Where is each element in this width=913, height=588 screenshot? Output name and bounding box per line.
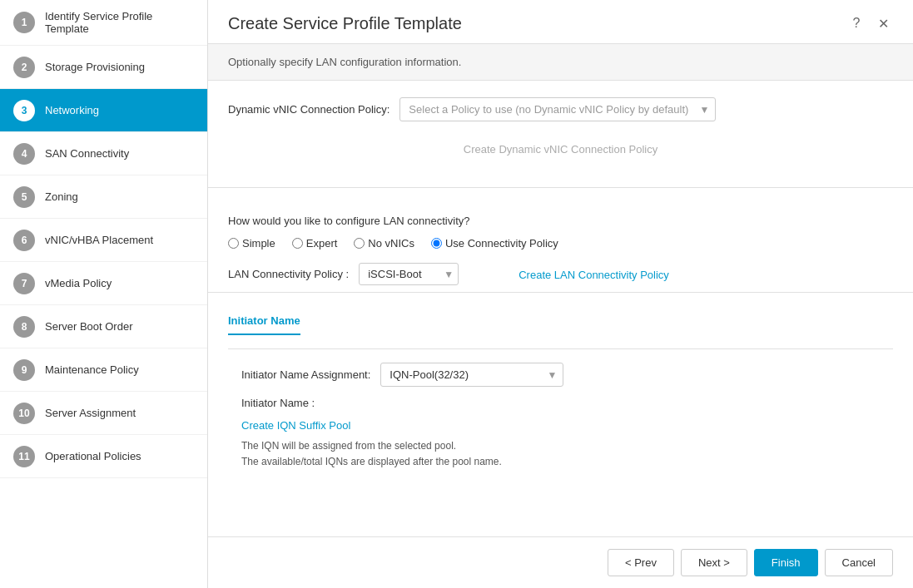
radio-simple-input[interactable] — [228, 238, 239, 249]
dialog-title: Create Service Profile Template — [228, 14, 462, 33]
sidebar-label-1: Identify Service Profile Template — [45, 10, 194, 35]
initiator-heading: Initiator Name — [228, 306, 893, 348]
help-button[interactable]: ? — [846, 13, 866, 33]
networking-section: How would you like to configure LAN conn… — [208, 201, 913, 285]
dynamic-vnic-section: Dynamic vNIC Connection Policy: Select a… — [208, 81, 913, 184]
sidebar-label-6: vNIC/vHBA Placement — [45, 234, 153, 246]
sidebar-item-9[interactable]: 9 Maintenance Policy — [0, 348, 207, 392]
radio-expert-input[interactable] — [292, 238, 303, 249]
step-number-1: 1 — [13, 12, 35, 33]
sidebar-item-10[interactable]: 10 Server Assignment — [0, 392, 207, 435]
sidebar-label-8: Server Boot Order — [45, 320, 133, 333]
sidebar-item-6[interactable]: 6 vNIC/vHBA Placement — [0, 219, 207, 262]
sidebar-label-11: Operational Policies — [45, 450, 141, 462]
dynamic-vnic-row: Dynamic vNIC Connection Policy: Select a… — [228, 97, 893, 121]
next-button[interactable]: Next > — [681, 549, 747, 576]
create-iqn-link[interactable]: Create IQN Suffix Pool — [228, 419, 893, 432]
create-dynamic-vnic-link[interactable]: Create Dynamic vNIC Connection Policy — [228, 138, 893, 161]
step-number-11: 11 — [13, 446, 35, 467]
content-area: Optionally specify LAN configuration inf… — [208, 44, 913, 536]
dynamic-vnic-select[interactable]: Select a Policy to use (no Dynamic vNIC … — [399, 97, 716, 121]
main-content: Create Service Profile Template ? ✕ Opti… — [208, 0, 913, 588]
lan-policy-select[interactable]: iSCSI-Boot — [359, 263, 459, 285]
sidebar: 1 Identify Service Profile Template 2 St… — [0, 0, 208, 588]
create-lan-connectivity-link[interactable]: Create LAN Connectivity Policy — [519, 269, 669, 281]
step-number-2: 2 — [13, 57, 35, 78]
close-button[interactable]: ✕ — [873, 13, 893, 33]
radio-connectivity-input[interactable] — [431, 238, 442, 249]
step-number-10: 10 — [13, 403, 35, 424]
step-number-5: 5 — [13, 186, 35, 208]
section-divider-1 — [208, 187, 913, 188]
sidebar-label-3: Networking — [45, 104, 99, 116]
initiator-name-row: Initiator Name : — [228, 397, 893, 409]
prev-button[interactable]: < Prev — [608, 549, 674, 576]
step-number-6: 6 — [13, 230, 35, 251]
sidebar-item-1[interactable]: 1 Identify Service Profile Template — [0, 0, 207, 46]
sidebar-label-5: Zoning — [45, 190, 78, 203]
radio-novnics-input[interactable] — [354, 238, 365, 249]
dialog-footer: < Prev Next > Finish Cancel — [208, 536, 913, 588]
sidebar-item-5[interactable]: 5 Zoning — [0, 175, 207, 219]
step-number-7: 7 — [13, 273, 35, 294]
radio-no-vnics[interactable]: No vNICs — [354, 237, 414, 250]
sidebar-item-8[interactable]: 8 Server Boot Order — [0, 305, 207, 348]
cancel-button[interactable]: Cancel — [825, 549, 893, 576]
step-number-3: 3 — [13, 100, 35, 121]
initiator-section: Initiator Name Initiator Name Assignment… — [208, 292, 913, 483]
sidebar-item-7[interactable]: 7 vMedia Policy — [0, 262, 207, 305]
lan-policy-select-wrapper: iSCSI-Boot ▼ — [359, 263, 459, 285]
sidebar-label-2: Storage Provisioning — [45, 61, 145, 73]
step-number-8: 8 — [13, 316, 35, 338]
radio-simple-label: Simple — [242, 237, 275, 250]
initiator-select-wrapper: IQN-Pool(32/32) ▼ — [380, 363, 563, 387]
step-number-9: 9 — [13, 359, 35, 381]
sidebar-label-9: Maintenance Policy — [45, 363, 139, 376]
info-bar: Optionally specify LAN configuration inf… — [208, 44, 913, 81]
sidebar-item-11[interactable]: 11 Operational Policies — [0, 435, 207, 478]
sidebar-label-10: Server Assignment — [45, 407, 136, 419]
initiator-assignment-label: Initiator Name Assignment: — [241, 368, 370, 381]
radio-simple[interactable]: Simple — [228, 237, 275, 250]
sidebar-item-3[interactable]: 3 Networking — [0, 89, 207, 132]
initiator-assignment-row: Initiator Name Assignment: IQN-Pool(32/3… — [228, 363, 893, 387]
dialog-header: Create Service Profile Template ? ✕ — [208, 0, 913, 44]
sidebar-label-7: vMedia Policy — [45, 277, 112, 289]
initiator-assignment-select[interactable]: IQN-Pool(32/32) — [380, 363, 563, 387]
lan-policy-label: LAN Connectivity Policy : — [228, 268, 349, 280]
configure-label: How would you like to configure LAN conn… — [228, 215, 893, 227]
iqn-info-line1: The IQN will be assigned from the select… — [241, 438, 880, 454]
radio-novnics-label: No vNICs — [368, 237, 414, 250]
sidebar-item-2[interactable]: 2 Storage Provisioning — [0, 46, 207, 89]
lan-policy-row: LAN Connectivity Policy : iSCSI-Boot ▼ C… — [228, 263, 893, 285]
initiator-name-label: Initiator Name : — [241, 397, 315, 409]
header-icons: ? ✕ — [846, 13, 893, 33]
dynamic-vnic-select-wrapper: Select a Policy to use (no Dynamic vNIC … — [399, 97, 716, 121]
radio-expert-label: Expert — [306, 237, 338, 250]
sidebar-label-4: SAN Connectivity — [45, 147, 129, 160]
initiator-section-heading: Initiator Name — [228, 306, 300, 335]
sidebar-item-4[interactable]: 4 SAN Connectivity — [0, 132, 207, 175]
initiator-divider — [228, 348, 893, 349]
radio-use-connectivity[interactable]: Use Connectivity Policy — [431, 237, 558, 250]
info-bar-text: Optionally specify LAN configuration inf… — [228, 56, 461, 68]
radio-connectivity-label: Use Connectivity Policy — [445, 237, 558, 250]
radio-group: Simple Expert No vNICs Use Connectivity … — [228, 237, 893, 250]
dynamic-vnic-label: Dynamic vNIC Connection Policy: — [228, 103, 390, 116]
finish-button[interactable]: Finish — [754, 549, 818, 576]
iqn-info-line2: The available/total IQNs are displayed a… — [241, 454, 880, 470]
iqn-info-container: The IQN will be assigned from the select… — [228, 438, 893, 470]
step-number-4: 4 — [13, 143, 35, 165]
radio-expert[interactable]: Expert — [292, 237, 338, 250]
